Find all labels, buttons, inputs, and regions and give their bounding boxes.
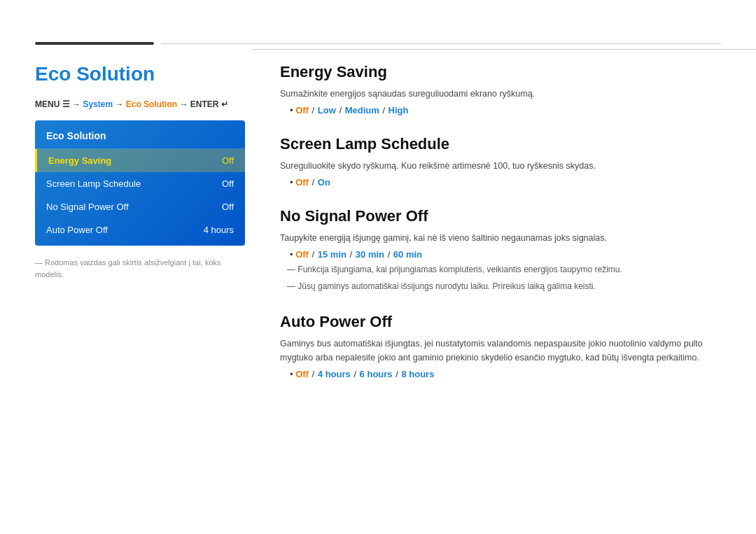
page-title: Eco Solution — [35, 63, 245, 85]
right-divider — [252, 49, 756, 50]
no-signal-note2: Jūsų gaminys automatiškai išsijungs nuro… — [280, 280, 721, 293]
opt-4h: 4 hours — [318, 369, 351, 379]
opt-off-lamp: Off — [295, 177, 309, 188]
energy-saving-options: • Off / Low / Medium / High — [290, 105, 721, 115]
opt-high: High — [388, 105, 409, 115]
no-signal-note1: Funkcija išjungiama, kai prijungiamas ko… — [280, 263, 721, 276]
opt-8h: 8 hours — [401, 369, 434, 379]
energy-saving-title: Energy Saving — [280, 63, 721, 81]
opt-60min: 60 min — [393, 249, 422, 260]
no-signal-desc: Taupykite energiją išjungę gaminį, kai n… — [280, 231, 721, 245]
opt-on-lamp: On — [318, 177, 330, 188]
top-bar-left-line — [35, 42, 154, 45]
opt-off-auto: Off — [295, 369, 309, 379]
menu-item-screen-lamp[interactable]: Screen Lamp Schedule Off — [35, 172, 245, 195]
menu-box-title: Eco Solution — [35, 125, 245, 149]
section-energy-saving: Energy Saving Sumažinkite energijos sąna… — [280, 63, 721, 115]
menu-item-no-signal-value: Off — [222, 202, 234, 212]
menu-item-auto-power-label: Auto Power Off — [46, 225, 108, 235]
screen-lamp-title: Screen Lamp Schedule — [280, 135, 721, 153]
opt-6h: 6 hours — [360, 369, 393, 379]
breadcrumb-system: System — [83, 99, 113, 109]
opt-30min: 30 min — [356, 249, 384, 260]
eco-solution-menu: Eco Solution Energy Saving Off Screen La… — [35, 120, 245, 246]
screen-lamp-options: • Off / On — [290, 177, 721, 188]
breadcrumb-arrow3: → — [179, 99, 188, 109]
breadcrumb: MENU ☰ → System → Eco Solution → ENTER ↵ — [35, 99, 245, 109]
no-signal-options: • Off / 15 min / 30 min / 60 min — [290, 249, 721, 260]
menu-item-auto-power-value: 4 hours — [204, 225, 234, 235]
section-screen-lamp: Screen Lamp Schedule Sureguliuokite skyd… — [280, 135, 721, 188]
menu-item-screen-lamp-label: Screen Lamp Schedule — [46, 178, 141, 189]
top-bar-right-line — [161, 43, 721, 44]
breadcrumb-eco: Eco Solution — [126, 99, 177, 109]
top-bar — [35, 42, 721, 45]
left-panel: Eco Solution MENU ☰ → System → Eco Solut… — [35, 63, 245, 280]
energy-saving-desc: Sumažinkite energijos sąnaudas sureguliu… — [280, 87, 721, 101]
no-signal-title: No Signal Power Off — [280, 207, 721, 225]
auto-power-options: • Off / 4 hours / 6 hours / 8 hours — [290, 369, 721, 379]
screen-lamp-desc: Sureguliuokite skydo ryškumą. Kuo reikšm… — [280, 159, 721, 173]
breadcrumb-arrow1: → — [72, 99, 80, 109]
breadcrumb-arrow2: → — [115, 99, 123, 109]
opt-off: Off — [295, 105, 309, 115]
menu-item-energy-saving-value: Off — [222, 155, 234, 166]
section-no-signal: No Signal Power Off Taupykite energiją i… — [280, 207, 721, 293]
right-panel: Energy Saving Sumažinkite energijos sąna… — [280, 63, 721, 399]
footnote: — Rodomas vaizdas gali skirtis atsižvelg… — [35, 257, 245, 280]
auto-power-desc: Gaminys bus automatiškai išjungtas, jei … — [280, 337, 721, 365]
opt-low: Low — [318, 105, 336, 115]
menu-item-auto-power[interactable]: Auto Power Off 4 hours — [35, 218, 245, 241]
menu-item-screen-lamp-value: Off — [222, 178, 234, 189]
section-auto-power: Auto Power Off Gaminys bus automatiškai … — [280, 313, 721, 379]
opt-15min: 15 min — [318, 249, 346, 260]
menu-item-no-signal-label: No Signal Power Off — [46, 202, 129, 212]
breadcrumb-menu: MENU ☰ — [35, 99, 70, 109]
breadcrumb-enter: ENTER ↵ — [190, 99, 228, 109]
menu-item-energy-saving-label: Energy Saving — [48, 155, 111, 166]
opt-off-signal: Off — [295, 249, 309, 260]
menu-item-no-signal[interactable]: No Signal Power Off Off — [35, 195, 245, 218]
auto-power-title: Auto Power Off — [280, 313, 721, 331]
opt-medium: Medium — [345, 105, 379, 115]
menu-item-energy-saving[interactable]: Energy Saving Off — [35, 149, 245, 172]
